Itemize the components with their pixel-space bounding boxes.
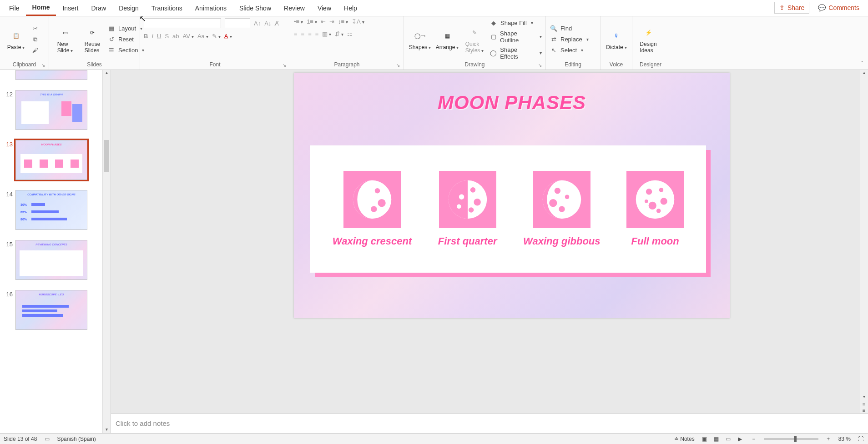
- zoom-slider[interactable]: [764, 438, 818, 440]
- line-spacing-button[interactable]: ↕≡: [338, 18, 348, 25]
- copy-button[interactable]: ⧉: [31, 35, 39, 44]
- tab-animations[interactable]: Animations: [189, 1, 233, 15]
- cut-button[interactable]: ✂: [31, 25, 39, 33]
- design-ideas-button[interactable]: ⚡Design Ideas: [636, 25, 661, 54]
- accessibility-icon[interactable]: ▭: [43, 435, 50, 443]
- bullets-button[interactable]: •≡: [294, 18, 303, 25]
- char-spacing-button[interactable]: AV: [183, 33, 194, 40]
- slide-title[interactable]: MOON PHASES: [294, 73, 730, 114]
- paste-button[interactable]: 📋 Paste: [4, 29, 28, 50]
- align-left-button[interactable]: ≡: [294, 30, 298, 37]
- reuse-slides-button[interactable]: ⟳Reuse Slides: [80, 25, 105, 54]
- quick-styles-button[interactable]: ✎Quick Styles: [462, 25, 487, 54]
- decrease-indent-button[interactable]: ⇤: [321, 18, 326, 25]
- dictate-button[interactable]: 🎙Dictate: [604, 29, 629, 50]
- thumbnails-scrollbar[interactable]: ▴ ▾: [102, 70, 111, 433]
- scroll-down-icon[interactable]: ▾: [860, 394, 868, 400]
- normal-view-icon[interactable]: ▣: [701, 435, 708, 443]
- tab-design[interactable]: Design: [112, 1, 145, 15]
- tab-review[interactable]: Review: [278, 1, 311, 15]
- tab-file[interactable]: File: [3, 1, 26, 15]
- shape-outline-button[interactable]: ▢Shape Outline: [490, 30, 542, 44]
- next-slide-icon[interactable]: ≡: [860, 402, 868, 407]
- slide-thumbnail[interactable]: [15, 70, 87, 80]
- slide-thumbnail-selected[interactable]: MOON PHASES: [15, 140, 87, 180]
- zoom-level[interactable]: 83 %: [838, 436, 851, 442]
- shapes-button[interactable]: ◯▭Shapes: [408, 29, 432, 50]
- phase-item[interactable]: Full moon: [626, 171, 684, 247]
- sorter-view-icon[interactable]: ▦: [713, 435, 720, 443]
- increase-indent-button[interactable]: ⇥: [329, 18, 334, 25]
- slide-canvas[interactable]: MOON PHASES Waxing crescent: [294, 73, 730, 318]
- tab-help[interactable]: Help: [338, 1, 363, 15]
- dialog-launcher-icon[interactable]: ↘: [283, 63, 286, 68]
- font-name-combo[interactable]: [144, 18, 221, 28]
- notes-pane[interactable]: Click to add notes: [111, 413, 868, 433]
- bold-button[interactable]: B: [144, 33, 148, 40]
- tab-slideshow[interactable]: Slide Show: [233, 1, 278, 15]
- fit-to-window-button[interactable]: ⛶: [857, 435, 864, 443]
- tab-transitions[interactable]: Transitions: [145, 1, 189, 15]
- zoom-knob[interactable]: [794, 436, 797, 442]
- align-text-button[interactable]: ⇵: [335, 30, 343, 37]
- clear-formatting-icon[interactable]: A̸: [275, 20, 279, 27]
- comments-button[interactable]: 💬Comments: [813, 2, 864, 14]
- slide-thumbnail[interactable]: COMPATIBILITY WITH OTHER SIGNS 30% 65% 8…: [15, 190, 87, 230]
- slideshow-view-icon[interactable]: ▶: [737, 435, 744, 443]
- decrease-font-icon[interactable]: A↓: [264, 20, 271, 27]
- scroll-handle[interactable]: [104, 140, 109, 172]
- editor-scrollbar[interactable]: ▴ ▾ ≡ ≡: [860, 70, 868, 413]
- strikethrough-button[interactable]: ab: [172, 33, 179, 40]
- align-right-button[interactable]: ≡: [308, 30, 312, 37]
- slide-thumbnail[interactable]: THIS IS A GRAPH: [15, 90, 87, 130]
- phase-item[interactable]: Waxing crescent: [333, 171, 412, 247]
- smartart-button[interactable]: ⚏: [347, 30, 353, 37]
- find-button[interactable]: 🔍Find: [550, 25, 589, 33]
- share-button[interactable]: ⇪Share: [774, 2, 809, 14]
- collapse-ribbon-button[interactable]: ˄: [856, 16, 868, 70]
- slide-thumbnail[interactable]: REVIEWING CONCEPTS: [15, 240, 87, 280]
- reading-view-icon[interactable]: ▭: [725, 435, 732, 443]
- prev-slide-icon[interactable]: ≡: [860, 408, 868, 413]
- replace-button[interactable]: ⇄Replace: [550, 35, 589, 44]
- dialog-launcher-icon[interactable]: ↘: [396, 63, 400, 68]
- shape-fill-button[interactable]: ◆Shape Fill: [490, 19, 542, 27]
- justify-button[interactable]: ≡: [315, 30, 319, 37]
- tab-home[interactable]: Home: [26, 0, 56, 16]
- scroll-up-icon[interactable]: ▴: [860, 70, 868, 76]
- shadow-button[interactable]: S: [165, 33, 169, 40]
- layout-button[interactable]: ▦Layout: [107, 25, 144, 33]
- new-slide-button[interactable]: ▭New Slide: [53, 25, 77, 54]
- increase-font-icon[interactable]: A↑: [254, 20, 261, 27]
- slide-thumbnail[interactable]: HOROSCOPE: LEO: [15, 290, 87, 330]
- scroll-up-icon[interactable]: ▴: [103, 70, 111, 76]
- select-button[interactable]: ↖Select: [550, 46, 589, 55]
- font-color-button[interactable]: A: [224, 33, 232, 40]
- section-button[interactable]: ☰Section: [107, 46, 144, 55]
- tab-insert[interactable]: Insert: [56, 1, 85, 15]
- scroll-down-icon[interactable]: ▾: [103, 427, 111, 433]
- shape-effects-button[interactable]: ◯Shape Effects: [490, 46, 542, 60]
- tab-draw[interactable]: Draw: [85, 1, 112, 15]
- numbering-button[interactable]: 1≡: [307, 18, 317, 25]
- highlight-button[interactable]: ✎: [212, 33, 221, 40]
- phase-item[interactable]: First quarter: [438, 171, 497, 247]
- text-direction-button[interactable]: ↧A: [352, 18, 364, 25]
- change-case-button[interactable]: Aa: [197, 33, 208, 40]
- content-card[interactable]: Waxing crescent First quarter: [310, 145, 706, 273]
- dialog-launcher-icon[interactable]: ↘: [41, 63, 45, 68]
- format-painter-button[interactable]: 🖌: [31, 46, 39, 55]
- tab-view[interactable]: View: [311, 1, 338, 15]
- font-size-combo[interactable]: [225, 18, 250, 28]
- underline-button[interactable]: U: [157, 33, 161, 40]
- arrange-button[interactable]: ▦Arrange: [435, 29, 459, 50]
- zoom-out-button[interactable]: −: [750, 435, 757, 443]
- reset-button[interactable]: ↺Reset: [107, 35, 144, 44]
- zoom-in-button[interactable]: +: [825, 435, 832, 443]
- notes-toggle[interactable]: ≐ Notes: [674, 436, 695, 442]
- columns-button[interactable]: ▥: [322, 30, 331, 37]
- align-center-button[interactable]: ≡: [301, 30, 305, 37]
- italic-button[interactable]: I: [151, 33, 153, 40]
- dialog-launcher-icon[interactable]: ↘: [538, 63, 542, 68]
- phase-item[interactable]: Waxing gibbous: [523, 171, 600, 247]
